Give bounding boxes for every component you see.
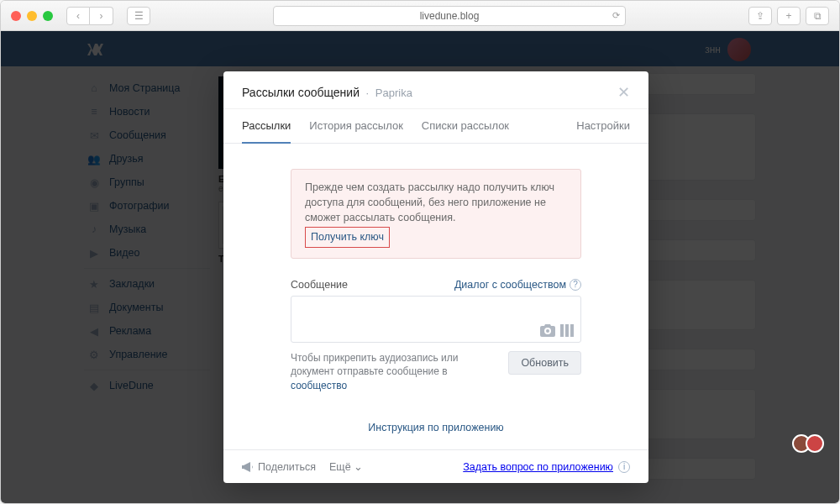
dialog-link[interactable]: Диалог с сообществом ? — [454, 279, 581, 291]
share-button[interactable]: Поделиться — [242, 461, 316, 473]
get-key-highlight: Получить ключ — [305, 227, 390, 247]
chevron-down-icon: ⌄ — [354, 460, 363, 473]
avatar — [806, 434, 824, 453]
instruction-link[interactable]: Инструкция по приложению — [368, 422, 504, 433]
browser-titlebar: ‹ › ☰ livedune.blog ⟳ ⇪ + ⧉ — [1, 1, 839, 31]
tab-lists[interactable]: Списки рассылок — [422, 109, 509, 143]
attachment-icon[interactable] — [560, 324, 574, 337]
back-button[interactable]: ‹ — [66, 7, 90, 25]
message-input[interactable] — [291, 296, 581, 343]
warning-box: Прежде чем создать рассылку надо получит… — [291, 169, 581, 259]
megaphone-icon — [242, 462, 254, 472]
tab-settings[interactable]: Настройки — [576, 109, 630, 143]
tab-broadcasts[interactable]: Рассылки — [242, 109, 291, 144]
message-label: Сообщение — [291, 279, 348, 291]
modal-body: Прежде чем создать рассылку надо получит… — [223, 144, 648, 449]
camera-icon[interactable] — [540, 324, 555, 337]
get-key-link[interactable]: Получить ключ — [311, 231, 384, 243]
forward-button[interactable]: › — [90, 7, 113, 25]
address-bar[interactable]: livedune.blog ⟳ — [273, 6, 626, 26]
sidebar-toggle-button[interactable]: ☰ — [127, 7, 150, 25]
community-link[interactable]: сообщество — [291, 380, 347, 391]
attach-hint: Чтобы прикрепить аудиозапись или докумен… — [291, 351, 495, 393]
tab-history[interactable]: История рассылок — [309, 109, 402, 143]
refresh-button[interactable]: Обновить — [508, 351, 581, 375]
ask-question-link[interactable]: Задать вопрос по приложению — [463, 461, 613, 473]
modal-tabs: Рассылки История рассылок Списки рассыло… — [223, 109, 648, 144]
share-button[interactable]: ⇪ — [748, 7, 772, 25]
maximize-window-icon[interactable] — [43, 11, 53, 21]
new-tab-button[interactable]: + — [777, 7, 801, 25]
broadcast-modal: Рассылки сообщений · Paprika ✕ Рассылки … — [223, 71, 648, 483]
more-button[interactable]: Ещё ⌄ — [329, 460, 363, 473]
close-window-icon[interactable] — [11, 11, 21, 21]
info-icon[interactable]: i — [618, 461, 630, 473]
reload-icon[interactable]: ⟳ — [612, 10, 620, 21]
window-controls — [11, 11, 53, 21]
modal-subtitle: Paprika — [375, 87, 412, 99]
warning-text: Прежде чем создать рассылку надо получит… — [305, 181, 554, 223]
modal-footer: Поделиться Ещё ⌄ Задать вопрос по прилож… — [223, 449, 648, 483]
tabs-button[interactable]: ⧉ — [806, 7, 829, 25]
nav-back-forward: ‹ › — [66, 7, 113, 25]
help-icon[interactable]: ? — [570, 279, 581, 291]
modal-title: Рассылки сообщений — [242, 86, 360, 99]
minimize-window-icon[interactable] — [27, 11, 37, 21]
close-icon[interactable]: ✕ — [617, 85, 630, 100]
url-text: livedune.blog — [420, 10, 480, 22]
modal-header: Рассылки сообщений · Paprika ✕ — [223, 71, 648, 109]
